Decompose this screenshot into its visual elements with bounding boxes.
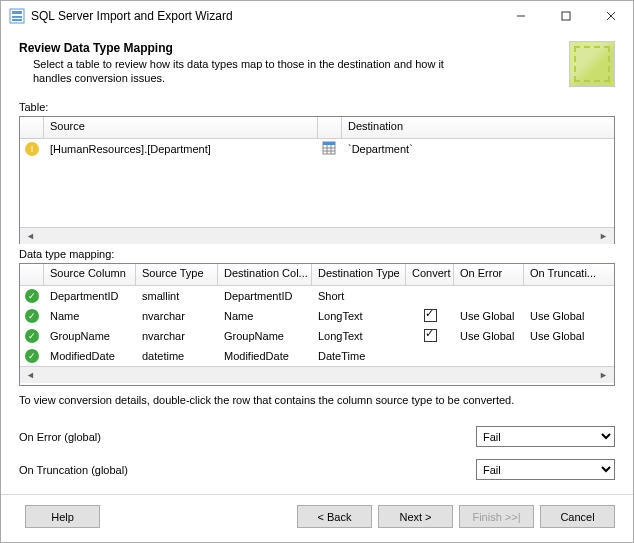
horizontal-scrollbar[interactable]: ◄►: [20, 366, 614, 383]
convert-cell[interactable]: [406, 327, 454, 346]
convert-cell[interactable]: [406, 354, 454, 358]
on-truncation-global-label: On Truncation (global): [19, 464, 476, 476]
mcol-convert[interactable]: Convert: [406, 264, 454, 285]
dest-column: GroupName: [218, 328, 312, 344]
source-column: Name: [44, 308, 136, 324]
checkbox-icon: [424, 329, 437, 342]
check-icon: ✓: [25, 349, 39, 363]
on-truncation-global-select[interactable]: Fail: [476, 459, 615, 480]
dest-type: LongText: [312, 328, 406, 344]
convert-cell[interactable]: [406, 307, 454, 326]
mcol-on-error[interactable]: On Error: [454, 264, 524, 285]
footer: Help < Back Next > Finish >>| Cancel: [1, 494, 633, 542]
source-column: GroupName: [44, 328, 136, 344]
dest-type: LongText: [312, 308, 406, 324]
mapping-row[interactable]: ✓DepartmentIDsmallintDepartmentIDShort: [20, 286, 614, 306]
maximize-button[interactable]: [543, 1, 588, 31]
col-status-icon[interactable]: [20, 117, 44, 138]
help-button[interactable]: Help: [25, 505, 100, 528]
minimize-button[interactable]: [498, 1, 543, 31]
col-source[interactable]: Source: [44, 117, 318, 138]
mcol-dest-column[interactable]: Destination Col...: [218, 264, 312, 285]
destination-value: `Department`: [342, 141, 614, 157]
svg-rect-3: [12, 19, 22, 21]
table-icon: [322, 141, 336, 155]
col-dest-icon[interactable]: [318, 117, 342, 138]
cancel-button[interactable]: Cancel: [540, 505, 615, 528]
dest-type: Short: [312, 288, 406, 304]
on-error-cell[interactable]: Use Global: [454, 308, 524, 324]
dest-type: DateTime: [312, 348, 406, 364]
window-title: SQL Server Import and Export Wizard: [31, 9, 498, 23]
checkbox-icon: [424, 309, 437, 322]
mapping-row[interactable]: ✓GroupNamenvarcharGroupNameLongTextUse G…: [20, 326, 614, 346]
source-type: nvarchar: [136, 328, 218, 344]
finish-button[interactable]: Finish >>|: [459, 505, 534, 528]
check-icon: ✓: [25, 329, 39, 343]
titlebar: SQL Server Import and Export Wizard: [1, 1, 633, 31]
mapping-grid[interactable]: Source Column Source Type Destination Co…: [19, 263, 615, 386]
horizontal-scrollbar[interactable]: ◄►: [20, 227, 614, 244]
col-destination[interactable]: Destination: [342, 117, 614, 138]
on-truncation-cell[interactable]: Use Global: [524, 308, 614, 324]
source-type: datetime: [136, 348, 218, 364]
source-type: nvarchar: [136, 308, 218, 324]
on-truncation-cell[interactable]: [524, 294, 614, 298]
check-icon: ✓: [25, 289, 39, 303]
close-button[interactable]: [588, 1, 633, 31]
svg-rect-9: [323, 142, 335, 145]
window-controls: [498, 1, 633, 31]
svg-rect-2: [12, 16, 22, 18]
table-row[interactable]: ! [HumanResources].[Department] `Departm…: [20, 139, 614, 159]
on-error-cell[interactable]: [454, 354, 524, 358]
source-column: ModifiedDate: [44, 348, 136, 364]
mcol-source-type[interactable]: Source Type: [136, 264, 218, 285]
on-truncation-cell[interactable]: [524, 354, 614, 358]
mapping-row[interactable]: ✓NamenvarcharNameLongTextUse GlobalUse G…: [20, 306, 614, 326]
header: Review Data Type Mapping Select a table …: [1, 31, 633, 93]
wizard-image-icon: [569, 41, 615, 87]
mapping-label: Data type mapping:: [19, 248, 615, 260]
on-error-cell[interactable]: [454, 294, 524, 298]
mcol-on-truncation[interactable]: On Truncati...: [524, 264, 614, 285]
source-type: smallint: [136, 288, 218, 304]
check-icon: ✓: [25, 309, 39, 323]
page-title: Review Data Type Mapping: [19, 41, 561, 55]
next-button[interactable]: Next >: [378, 505, 453, 528]
svg-rect-5: [562, 12, 570, 20]
dest-column: ModifiedDate: [218, 348, 312, 364]
svg-rect-1: [12, 11, 22, 14]
table-grid[interactable]: Source Destination ! [HumanResources].[D…: [19, 116, 615, 244]
dest-column: Name: [218, 308, 312, 324]
warning-icon: !: [25, 142, 39, 156]
wizard-window: SQL Server Import and Export Wizard Revi…: [0, 0, 634, 543]
mcol-source-column[interactable]: Source Column: [44, 264, 136, 285]
app-icon: [9, 8, 25, 24]
on-error-global-label: On Error (global): [19, 431, 476, 443]
mapping-row[interactable]: ✓ModifiedDatedatetimeModifiedDateDateTim…: [20, 346, 614, 366]
source-column: DepartmentID: [44, 288, 136, 304]
table-label: Table:: [19, 101, 615, 113]
mcol-dest-type[interactable]: Destination Type: [312, 264, 406, 285]
on-error-global-select[interactable]: Fail: [476, 426, 615, 447]
source-value: [HumanResources].[Department]: [44, 141, 318, 157]
dest-column: DepartmentID: [218, 288, 312, 304]
convert-cell[interactable]: [406, 294, 454, 298]
mcol-status[interactable]: [20, 264, 44, 285]
on-truncation-cell[interactable]: Use Global: [524, 328, 614, 344]
hint-text: To view conversion details, double-click…: [19, 394, 615, 406]
page-description: Select a table to review how its data ty…: [19, 55, 449, 86]
on-error-cell[interactable]: Use Global: [454, 328, 524, 344]
back-button[interactable]: < Back: [297, 505, 372, 528]
